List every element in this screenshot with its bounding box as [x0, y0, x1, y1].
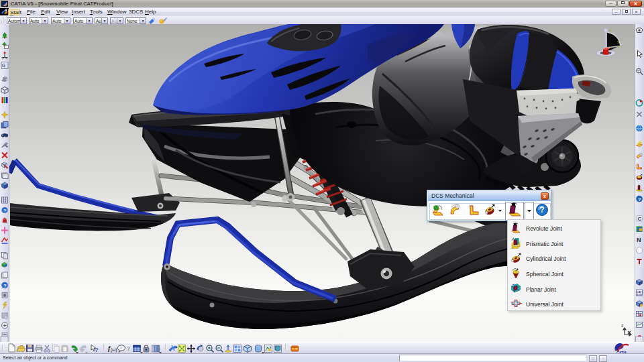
svg-text:STE: STE	[637, 293, 642, 296]
svg-text:(ω): (ω)	[111, 347, 117, 353]
svg-text:z: z	[609, 28, 611, 32]
svg-text:Cylindrical Joint: Cylindrical Joint	[526, 255, 566, 262]
svg-text:?: ?	[127, 345, 130, 352]
svg-text:z: z	[621, 323, 623, 328]
svg-text:?: ?	[3, 208, 7, 214]
svg-text:Prismatic Joint: Prismatic Joint	[526, 241, 564, 247]
svg-text:?: ?	[3, 283, 7, 289]
svg-text:y: y	[617, 40, 619, 44]
svg-text:Revolute Joint: Revolute Joint	[526, 225, 563, 232]
svg-text:Planar Joint: Planar Joint	[526, 286, 557, 293]
svg-text:Universal Joint: Universal Joint	[526, 301, 564, 308]
svg-text:x: x	[618, 44, 620, 48]
svg-text:?: ?	[95, 347, 99, 353]
svg-text:C: C	[638, 216, 642, 222]
svg-text:?: ?	[638, 196, 641, 202]
svg-text:?: ?	[539, 205, 544, 215]
svg-text:Spherical Joint: Spherical Joint	[526, 271, 564, 278]
svg-text:G: G	[2, 63, 5, 68]
svg-text:N: N	[637, 237, 641, 243]
